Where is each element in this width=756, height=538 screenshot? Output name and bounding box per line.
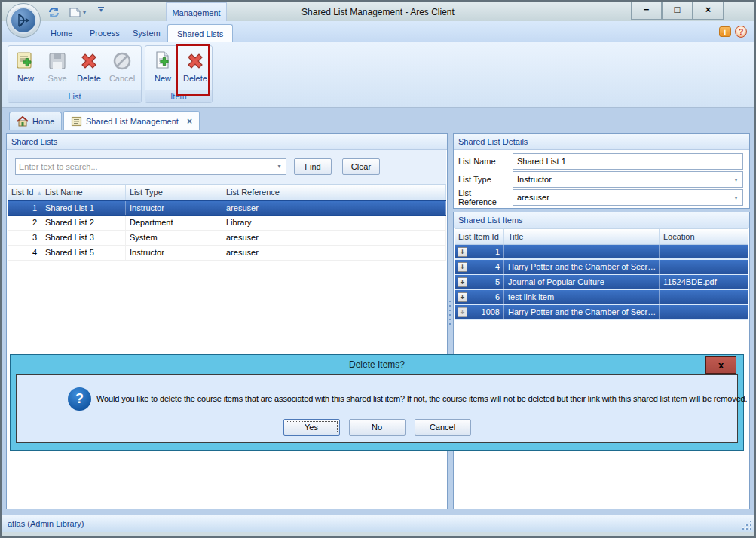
minimize-button[interactable]: − <box>631 1 662 20</box>
find-button[interactable]: Find <box>294 158 332 175</box>
cell-list-name: Shared List 1 <box>41 201 126 215</box>
cell-list-id: 4 <box>8 246 41 260</box>
dialog-close-button[interactable]: x <box>705 356 736 374</box>
cancel-button: Cancel <box>107 48 137 90</box>
button-label: Save <box>42 74 72 83</box>
ribbon-group-list: New Save Delete <box>8 45 142 103</box>
item-row[interactable]: + 6 test link item <box>455 290 748 305</box>
clear-button[interactable]: Clear <box>342 158 380 175</box>
column-header-list-reference[interactable]: List Reference <box>222 185 446 200</box>
column-header-list-id[interactable]: List Id▲ <box>8 185 41 200</box>
list-name-label: List Name <box>454 157 508 166</box>
cell-item-title: Harry Potter and the Chamber of Secr… <box>504 305 660 319</box>
doc-tab-shared-list-management[interactable]: Shared List Management × <box>63 111 200 130</box>
feedback-icon[interactable]: i <box>719 26 731 37</box>
search-input[interactable] <box>19 160 272 173</box>
cell-list-id: 1 <box>8 201 41 215</box>
item-row[interactable]: + 5 Journal of Popular Culture 11524BDE.… <box>455 275 748 290</box>
item-row[interactable]: + 1008 Harry Potter and the Chamber of S… <box>455 305 748 320</box>
new-item-button[interactable]: New <box>148 48 178 90</box>
button-label: New <box>148 74 178 83</box>
close-button[interactable]: × <box>693 1 724 20</box>
cell-item-title: test link item <box>504 290 660 304</box>
refresh-icon <box>47 6 61 19</box>
cell-list-name: Shared List 2 <box>41 216 126 230</box>
list-type-label: List Type <box>454 175 508 184</box>
cell-list-id: 2 <box>8 216 41 230</box>
chevron-down-icon[interactable]: ▾ <box>730 173 742 186</box>
cell-item-title: Journal of Popular Culture <box>504 275 660 289</box>
delete-list-button[interactable]: Delete <box>74 48 104 90</box>
new-list-icon <box>11 48 41 74</box>
resize-grip[interactable] <box>741 519 751 530</box>
tab-shared-lists[interactable]: Shared Lists <box>167 24 233 42</box>
items-table-body: + 1 + 4 Harry Potter and the Chamber of … <box>455 245 748 320</box>
panel-splitter[interactable] <box>448 133 453 509</box>
column-header-list-name[interactable]: List Name <box>41 185 126 200</box>
cancel-dialog-button[interactable]: Cancel <box>415 419 471 436</box>
chevron-down-icon[interactable]: ▾ <box>730 191 742 204</box>
shared-lists-panel: Shared Lists ▾ Find Clear List Id▲ List … <box>6 133 448 509</box>
refresh-button[interactable] <box>45 5 63 20</box>
expand-icon[interactable]: + <box>458 277 467 287</box>
tab-process[interactable]: Process <box>81 26 129 42</box>
expand-icon[interactable]: + <box>458 307 467 317</box>
column-header-title[interactable]: Title <box>504 229 660 244</box>
help-icon[interactable]: ? <box>735 26 747 38</box>
list-name-field[interactable]: Shared List 1 <box>513 153 743 170</box>
maximize-button[interactable]: □ <box>662 1 693 20</box>
table-row[interactable]: 4 Shared List 5 Instructor aresuser <box>8 246 446 261</box>
ribbon-group-label: List <box>8 90 141 102</box>
doc-tab-home[interactable]: Home <box>9 112 62 130</box>
tab-system[interactable]: System <box>124 26 170 42</box>
yes-button[interactable]: Yes <box>283 419 340 436</box>
column-header-location[interactable]: Location <box>660 229 748 244</box>
quick-access-toolbar: ▾ <box>45 5 87 20</box>
shared-list-details-panel: Shared List Details List Name Shared Lis… <box>453 133 750 209</box>
table-row[interactable]: 2 Shared List 2 Department Library <box>8 216 446 231</box>
ribbon-group-item: New Delete Item <box>145 45 213 103</box>
no-button[interactable]: No <box>349 419 406 436</box>
button-label: Delete <box>74 74 104 83</box>
delete-item-button[interactable]: Delete <box>180 48 210 90</box>
table-row[interactable]: 1 Shared List 1 Instructor aresuser <box>8 200 446 216</box>
document-icon <box>69 6 81 18</box>
sort-asc-icon: ▲ <box>36 190 41 197</box>
cell-item-location <box>660 305 748 319</box>
dropdown-icon: ▾ <box>83 9 86 16</box>
expand-icon[interactable]: + <box>458 247 467 257</box>
list-reference-combobox[interactable]: aresuser ▾ <box>513 189 743 206</box>
search-zone: ▾ Find Clear <box>8 150 446 184</box>
delete-icon <box>180 48 210 74</box>
doc-tab-label: Home <box>32 117 54 126</box>
app-logo-button[interactable] <box>6 3 41 38</box>
items-panel-title: Shared List Items <box>454 212 749 228</box>
cell-list-type: Department <box>126 216 222 230</box>
qat-customize-button[interactable]: ▾ <box>96 7 106 12</box>
save-icon <box>42 48 72 74</box>
details-panel-title: Shared List Details <box>454 134 749 150</box>
list-type-combobox[interactable]: Instructor ▾ <box>513 171 743 188</box>
status-bar: atlas (Admin Library) <box>2 515 754 532</box>
delete-items-dialog: Delete Items? x ? Would you like to dele… <box>10 354 744 451</box>
item-row[interactable]: + 1 <box>455 245 748 260</box>
tab-home[interactable]: Home <box>41 26 81 42</box>
list-name-value: Shared List 1 <box>517 157 566 166</box>
cell-list-type: Instructor <box>126 201 222 215</box>
expand-icon[interactable]: + <box>458 292 467 302</box>
list-type-value: Instructor <box>517 175 552 184</box>
item-row[interactable]: + 4 Harry Potter and the Chamber of Secr… <box>455 260 748 275</box>
new-list-button[interactable]: New <box>11 48 41 90</box>
table-row[interactable]: 3 Shared List 3 System aresuser <box>8 231 446 246</box>
button-label: New <box>11 74 41 83</box>
doc-tab-close-icon[interactable]: × <box>187 116 192 127</box>
search-dropdown-icon[interactable]: ▾ <box>274 160 285 173</box>
cell-list-reference: Library <box>222 216 446 230</box>
new-document-button[interactable]: ▾ <box>67 5 87 20</box>
cell-item-location <box>660 245 748 258</box>
dialog-message: Would you like to delete the course item… <box>96 394 734 403</box>
column-header-list-item-id[interactable]: List Item Id <box>455 229 504 244</box>
cell-item-location <box>660 260 748 274</box>
expand-icon[interactable]: + <box>458 262 467 272</box>
column-header-list-type[interactable]: List Type <box>126 185 222 200</box>
